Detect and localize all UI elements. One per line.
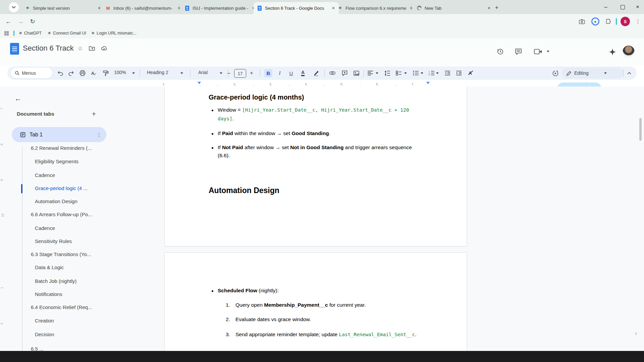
increase-indent-button[interactable] bbox=[455, 69, 463, 77]
profile-avatar[interactable]: S bbox=[621, 17, 630, 26]
browser-menu-kebab-icon[interactable]: ⋮ bbox=[634, 17, 642, 26]
tab-search-button[interactable] bbox=[9, 2, 19, 12]
side-panel-collapse-icon[interactable]: ‹ bbox=[635, 330, 637, 337]
highlight-color-button[interactable] bbox=[312, 69, 320, 77]
bullet-not-paid[interactable]: If Not Paid after window → set Not in Go… bbox=[218, 143, 446, 160]
tab-close-icon[interactable]: × bbox=[487, 5, 491, 11]
outline-item[interactable]: Sensitivity Rules bbox=[35, 238, 103, 245]
screenshot-camera-icon[interactable] bbox=[578, 17, 586, 26]
bookmark-item[interactable]: ✳ Connect Gmail UI bbox=[48, 30, 86, 37]
bold-button[interactable]: B bbox=[264, 69, 272, 77]
clear-formatting-button[interactable]: A bbox=[466, 69, 474, 77]
bookmark-item[interactable]: ✳ Login URL mismatc... bbox=[91, 30, 137, 37]
add-comment-button[interactable] bbox=[340, 69, 348, 77]
font-select[interactable]: Arial bbox=[198, 70, 208, 75]
outline-item[interactable]: Batch Job (nightly) bbox=[35, 278, 103, 285]
forward-button[interactable]: → bbox=[16, 17, 25, 26]
decrease-indent-button[interactable] bbox=[443, 69, 451, 77]
onepassword-icon[interactable]: 🔒︎ bbox=[591, 17, 600, 26]
close-outline-back-button[interactable]: ← bbox=[11, 92, 25, 105]
browser-tab[interactable]: New Tab × bbox=[413, 2, 494, 14]
browser-tab[interactable]: ✳ Flow comparison 6.x requireme × bbox=[334, 2, 417, 14]
undo-button[interactable] bbox=[56, 69, 64, 77]
add-tab-button[interactable]: + bbox=[89, 109, 99, 119]
new-tab-button[interactable]: + bbox=[492, 3, 501, 12]
outline-item[interactable]: Decision bbox=[35, 331, 103, 338]
bullet-paid[interactable]: If Paid within the window → set Good Sta… bbox=[218, 129, 446, 137]
outline-item[interactable]: Creation bbox=[35, 317, 103, 324]
numbered-item-2[interactable]: Evaluate dates vs grace window. bbox=[235, 315, 453, 323]
outline-item[interactable]: Cadence bbox=[35, 172, 103, 179]
browser-tab[interactable]: M Inbox (6) - saiful@momentum- × bbox=[102, 2, 184, 14]
paint-format-button[interactable] bbox=[102, 69, 110, 77]
print-button[interactable] bbox=[78, 69, 87, 77]
google-docs-logo[interactable] bbox=[10, 43, 19, 55]
heading-grace-period[interactable]: Grace-period logic (4 months) bbox=[209, 94, 304, 101]
comments-icon[interactable] bbox=[514, 47, 523, 56]
numbered-list-dropdown-icon[interactable] bbox=[436, 72, 439, 74]
outline-item[interactable]: Cadence bbox=[35, 225, 103, 232]
move-folder-icon[interactable] bbox=[88, 45, 96, 52]
collapse-toolbar-button[interactable] bbox=[625, 69, 633, 77]
menus-search-button[interactable]: Menus bbox=[11, 68, 52, 78]
underline-button[interactable]: U bbox=[287, 69, 295, 77]
outline-item[interactable]: Automation Design bbox=[35, 198, 103, 205]
insert-image-button[interactable] bbox=[352, 69, 360, 77]
align-dropdown-icon[interactable] bbox=[376, 72, 378, 74]
zoom-dropdown-icon[interactable] bbox=[132, 72, 135, 74]
vertical-scrollbar-thumb[interactable] bbox=[639, 118, 642, 141]
left-indent-marker[interactable] bbox=[198, 82, 201, 84]
outline-item[interactable]: 6.3 Stage Transitions (Yo... bbox=[31, 251, 103, 258]
apps-grid-icon[interactable] bbox=[3, 29, 10, 37]
star-document-icon[interactable]: ☆ bbox=[76, 45, 84, 52]
document-title[interactable]: Section 6 Track bbox=[23, 44, 74, 53]
bulleted-list-dropdown-icon[interactable] bbox=[421, 72, 423, 74]
user-avatar[interactable] bbox=[623, 46, 635, 58]
video-call-icon[interactable] bbox=[533, 47, 543, 56]
heading-automation-design[interactable]: Automation Design bbox=[209, 186, 279, 195]
window-maximize-button[interactable] bbox=[616, 3, 629, 11]
paragraph-style-select[interactable]: Heading 2 bbox=[147, 70, 168, 75]
checklist-button[interactable] bbox=[394, 69, 402, 77]
bookmark-item[interactable]: ✳ ChatGPT bbox=[19, 30, 42, 37]
line-spacing-button[interactable] bbox=[383, 69, 391, 77]
extensions-puzzle-icon[interactable] bbox=[604, 17, 612, 26]
checklist-dropdown-icon[interactable] bbox=[404, 72, 407, 74]
window-close-button[interactable]: × bbox=[631, 3, 644, 11]
increase-font-size-button[interactable]: + bbox=[248, 69, 256, 77]
outline-item[interactable]: 6.6 Arrears Follow-up (Po... bbox=[31, 211, 103, 218]
italic-button[interactable]: I bbox=[276, 69, 284, 77]
gemini-sparkle-icon[interactable] bbox=[608, 47, 617, 57]
back-button[interactable]: ← bbox=[4, 17, 13, 26]
outline-item[interactable]: Data & Logic bbox=[35, 264, 103, 271]
browser-tab[interactable]: ✳ Simple text version × bbox=[21, 2, 105, 14]
zoom-select[interactable]: 100% bbox=[114, 70, 126, 75]
window-minimize-button[interactable]: – bbox=[599, 3, 612, 11]
bullet-window[interactable]: Window = [Hijri_Year.Start_Date__c, Hijr… bbox=[218, 106, 446, 123]
text-color-button[interactable]: A bbox=[299, 69, 307, 77]
slideshow-gemini-icon[interactable] bbox=[551, 69, 559, 77]
outline-item[interactable]: 6.4 Economic Relief (Req... bbox=[31, 304, 103, 311]
right-indent-marker[interactable] bbox=[426, 82, 430, 84]
outline-item[interactable]: Notifications bbox=[35, 291, 103, 298]
version-history-icon[interactable] bbox=[496, 47, 504, 56]
tab-close-icon[interactable]: × bbox=[97, 5, 101, 11]
font-size-input[interactable]: 17 bbox=[234, 69, 246, 78]
decrease-font-size-button[interactable]: – bbox=[225, 69, 233, 77]
outline-item[interactable]: 6.2 Renewal Reminders (... bbox=[31, 144, 103, 152]
outline-item-clipped[interactable]: 6.5 ... bbox=[31, 345, 103, 351]
redo-button[interactable] bbox=[67, 69, 75, 77]
spellcheck-button[interactable]: A✓ bbox=[90, 69, 98, 77]
numbered-list-button[interactable]: 123 bbox=[427, 69, 435, 77]
sidebar-tab-1[interactable]: Tab 1 ⋮ bbox=[12, 127, 106, 142]
editing-mode-button[interactable]: Editing bbox=[562, 68, 624, 78]
style-dropdown-icon[interactable] bbox=[180, 72, 183, 74]
align-button[interactable] bbox=[366, 69, 374, 77]
video-call-dropdown-icon[interactable] bbox=[547, 51, 549, 52]
insert-link-button[interactable] bbox=[328, 69, 336, 77]
cloud-saved-icon[interactable] bbox=[100, 45, 108, 52]
numbered-item-1[interactable]: Query open Membership_Payment__c for cur… bbox=[235, 301, 453, 309]
font-dropdown-icon[interactable] bbox=[220, 72, 222, 74]
reload-button[interactable]: ↻ bbox=[28, 17, 37, 26]
bullet-scheduled-flow[interactable]: Scheduled Flow (nightly): bbox=[218, 287, 446, 295]
